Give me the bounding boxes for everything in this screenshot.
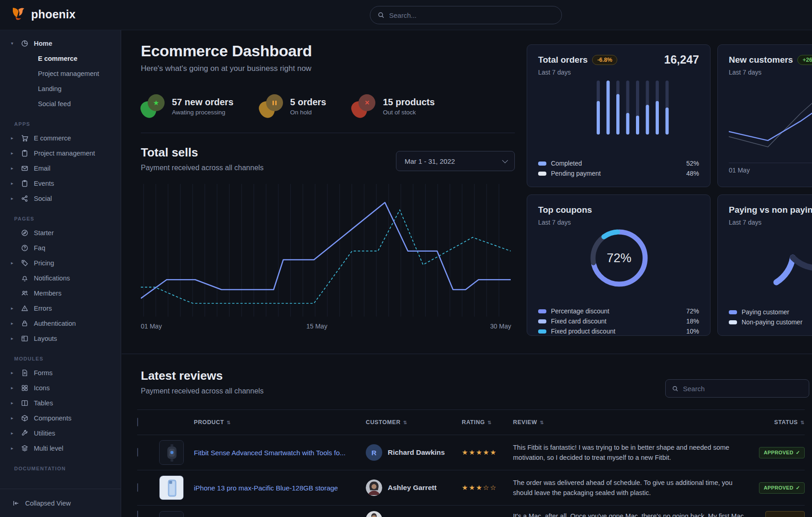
file-text-icon xyxy=(21,369,28,377)
sidebar-item-tables[interactable]: ▸ Tables xyxy=(0,395,121,410)
cart-icon xyxy=(21,135,28,142)
cube-icon xyxy=(21,415,28,422)
row-checkbox[interactable] xyxy=(137,483,138,492)
collapsed-view-label: Collapsed View xyxy=(25,500,71,507)
row-checkbox[interactable] xyxy=(137,511,138,517)
sidebar-item-home[interactable]: ▾ Home xyxy=(0,36,121,51)
table-row: iPhone 13 pro max-Pacific Blue-128GB sto… xyxy=(137,470,805,505)
sidebar-item-social-feed[interactable]: Social feed xyxy=(0,96,121,111)
avatar xyxy=(366,511,382,517)
sidebar-item-members[interactable]: Members xyxy=(0,285,121,301)
column-header-status[interactable]: STATUS⇅ xyxy=(769,419,805,425)
column-header-rating[interactable]: RATING⇅ xyxy=(462,419,513,425)
search-input[interactable] xyxy=(389,11,554,19)
sidebar-item-email[interactable]: ▸ Email xyxy=(0,161,121,176)
latest-reviews-title: Latest reviews xyxy=(141,369,223,383)
sidebar-item-multi-level[interactable]: ▸ Multi level xyxy=(0,441,121,456)
card-title: Top coupons xyxy=(538,205,592,215)
x-axis-label: 01 May xyxy=(729,167,750,174)
grid-icon xyxy=(21,384,28,392)
legend-item: Non-paying customer xyxy=(729,317,812,327)
rating-stars: ★★★☆☆ xyxy=(462,484,513,492)
sidebar-item-project-management[interactable]: ▸ Project management xyxy=(0,145,121,161)
reviews-search-input[interactable] xyxy=(683,385,802,393)
sidebar-item-pricing[interactable]: ▸ Pricing xyxy=(0,255,121,270)
select-all-checkbox[interactable] xyxy=(137,418,138,426)
caret-down-icon: ▾ xyxy=(11,41,18,46)
layout-icon xyxy=(21,335,28,342)
on-hold-pause-icon xyxy=(259,94,284,118)
sidebar-item-ecommerce[interactable]: ▸ E commerce xyxy=(0,130,121,145)
caret-right-icon: ▸ xyxy=(11,181,18,186)
total-sells-x-labels: 01 May 15 May 30 May xyxy=(141,323,515,332)
sidebar-item-utilities[interactable]: ▸ Utilities xyxy=(0,425,121,441)
stat-new-orders: ★ 57 new ordersAwating processing xyxy=(141,94,234,118)
sidebar-item-landing[interactable]: Landing xyxy=(0,81,121,96)
donut-center-value: 72% xyxy=(587,226,651,290)
sidebar-item-events[interactable]: ▸ Events xyxy=(0,176,121,191)
search-icon xyxy=(672,385,678,392)
check-icon: ✓ xyxy=(796,485,800,491)
product-link[interactable]: Fitbit Sense Advanced Smartwatch with To… xyxy=(194,449,355,457)
nonpaying-customer-swatch xyxy=(729,320,737,324)
sidebar-item-starter[interactable]: Starter xyxy=(0,225,121,240)
sidebar-item-components[interactable]: ▸ Components xyxy=(0,410,121,425)
column-header-customer[interactable]: CUSTOMER⇅ xyxy=(366,419,462,425)
rating-stars: ★★★★★ xyxy=(462,448,513,457)
brand-logo[interactable]: phoenix xyxy=(11,6,75,22)
product-thumbnail-fitbit[interactable] xyxy=(159,440,184,465)
reviews-search[interactable] xyxy=(665,379,809,398)
product-thumbnail-iphone[interactable] xyxy=(159,475,184,500)
customer-cell[interactable] xyxy=(366,511,462,517)
product-link[interactable] xyxy=(194,512,203,517)
customer-cell[interactable]: Ashley Garrett xyxy=(366,479,462,496)
product-link[interactable]: iPhone 13 pro max-Pacific Blue-128GB sto… xyxy=(194,484,347,492)
chevron-down-icon xyxy=(502,157,508,163)
product-thumbnail-imac[interactable] xyxy=(159,511,184,517)
date-range-value: Mar 1 - 31, 2022 xyxy=(405,157,455,165)
table-header-row: PRODUCT⇅ CUSTOMER⇅ RATING⇅ REVIEW⇅ STATU… xyxy=(137,409,805,435)
question-circle-icon xyxy=(21,244,28,252)
layers-icon xyxy=(21,445,28,452)
caret-right-icon: ▸ xyxy=(11,336,18,341)
caret-right-icon: ▸ xyxy=(11,306,18,311)
sidebar-item-ecommerce-dashboard[interactable]: E commerce xyxy=(0,51,121,66)
sidebar-item-authentication[interactable]: ▸ Authentication xyxy=(0,316,121,331)
clipboard-icon xyxy=(21,150,28,157)
total-orders-bar-chart xyxy=(595,78,677,137)
fixed-card-discount-swatch xyxy=(538,319,546,323)
caret-right-icon: ▸ xyxy=(11,135,18,140)
column-header-product[interactable]: PRODUCT⇅ xyxy=(194,419,366,425)
legend-item: Completed 52% xyxy=(538,158,699,168)
tag-icon xyxy=(21,259,28,267)
date-range-select[interactable]: Mar 1 - 31, 2022 xyxy=(396,151,515,171)
search-icon xyxy=(378,11,385,19)
percentage-discount-swatch xyxy=(538,309,546,313)
table-row: Fitbit Sense Advanced Smartwatch with To… xyxy=(137,435,805,470)
section-divider xyxy=(122,354,812,354)
legend-item: Pending payment 48% xyxy=(538,168,699,178)
sidebar-item-errors[interactable]: ▸ Errors xyxy=(0,301,121,316)
global-search[interactable] xyxy=(370,6,562,24)
sidebar-item-icons[interactable]: ▸ Icons xyxy=(0,380,121,395)
sidebar-item-layouts[interactable]: ▸ Layouts xyxy=(0,331,121,346)
users-icon xyxy=(21,290,28,297)
total-orders-legend: Completed 52% Pending payment 48% xyxy=(538,158,699,178)
legend-item: Paying customer xyxy=(729,307,812,317)
customer-cell[interactable]: R Richard Dawkins xyxy=(366,444,462,461)
check-icon: ✓ xyxy=(796,450,800,456)
review-text: This Fitbit is fantastic! I was trying t… xyxy=(513,442,744,463)
column-header-review[interactable]: REVIEW⇅ xyxy=(513,419,769,425)
brand-name: phoenix xyxy=(31,8,75,21)
legend-item: Percentage discount 72% xyxy=(538,306,699,316)
sidebar-item-forms[interactable]: ▸ Forms xyxy=(0,365,121,380)
legend-item: Fixed product discount 10% xyxy=(538,326,699,336)
sidebar-item-project-management-dashboard[interactable]: Project management xyxy=(0,66,121,81)
fixed-product-discount-swatch xyxy=(538,329,546,334)
collapsed-view-toggle[interactable]: Collapsed View xyxy=(0,489,121,517)
row-checkbox[interactable] xyxy=(137,448,138,457)
stat-out-of-stock: ✕ 15 productsOut of stock xyxy=(352,94,434,118)
sidebar-item-faq[interactable]: Faq xyxy=(0,240,121,255)
sidebar-item-social[interactable]: ▸ Social xyxy=(0,191,121,206)
sidebar-item-notifications[interactable]: Notifications xyxy=(0,270,121,285)
